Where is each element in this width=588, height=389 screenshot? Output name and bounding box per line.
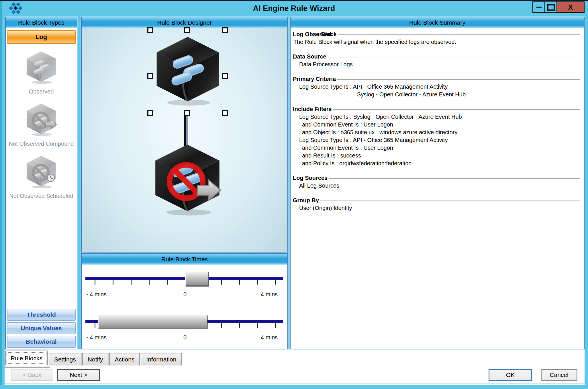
tab-settings[interactable]: Settings xyxy=(49,353,81,365)
summary-line: and Result Is : success xyxy=(293,152,580,160)
rule-block-designer-panel: Rule Block Designer xyxy=(81,17,288,252)
ai-engine-rule-wizard-window: AI Engine Rule Wizard X Rule Block Types… xyxy=(0,0,588,389)
summary-section-heading: Include Filters xyxy=(293,105,580,113)
close-button[interactable]: X xyxy=(556,1,585,13)
tab-label: Notify xyxy=(88,356,103,363)
tick xyxy=(275,323,276,328)
slider-zero-label: 0 xyxy=(183,334,187,341)
cube-not-observed-scheduled-icon xyxy=(23,154,59,190)
cancel-button[interactable]: Cancel xyxy=(541,369,577,381)
summary-section: Include FiltersLog Source Type Is : Sysl… xyxy=(293,105,580,167)
tick xyxy=(239,280,240,285)
log-category-button[interactable]: Log xyxy=(7,30,76,44)
selection-handle[interactable] xyxy=(147,110,153,116)
summary-section: Data SourceData Processor Logs xyxy=(293,53,580,68)
summary-line: User (Origin) Identity xyxy=(293,204,580,212)
back-button[interactable]: < Back xyxy=(11,369,53,381)
slider-thumb[interactable] xyxy=(185,272,209,286)
summary-section-heading: Log ObservedBlock xyxy=(293,30,580,38)
summary-line: Syslog - Open Collector - Azure Event Hu… xyxy=(293,91,580,98)
summary-heading-text: Primary Criteria xyxy=(293,76,336,82)
minimize-button[interactable] xyxy=(532,1,545,13)
tab-label: Information xyxy=(146,356,176,363)
designer-canvas[interactable] xyxy=(82,28,287,252)
tab-information[interactable]: Information xyxy=(141,353,182,365)
maximize-button[interactable] xyxy=(544,1,557,13)
summary-section-heading: Log Sources xyxy=(293,174,580,182)
summary-section-heading: Data Source xyxy=(293,53,580,61)
tab-actions[interactable]: Actions xyxy=(109,353,140,365)
category-button-unique-values[interactable]: Unique Values xyxy=(7,322,76,334)
rule-block-types-panel: Rule Block Types Log ObservedNot Observe… xyxy=(5,17,77,349)
summary-heading-text: Data Source xyxy=(293,53,326,60)
summary-heading-text: Include Filters xyxy=(293,106,332,112)
summary-line: Log Source Type Is : API - Office 365 Ma… xyxy=(293,83,580,91)
summary-line: and Common Event Is : User Logon xyxy=(293,144,580,152)
tab-notify[interactable]: Notify xyxy=(82,353,109,365)
logo-dot xyxy=(9,6,13,11)
summary-line: The Rule Block will signal when the spec… xyxy=(293,38,580,46)
not-observed-rule-block[interactable] xyxy=(150,141,224,213)
rule-block-summary-header: Rule Block Summary xyxy=(291,17,584,29)
selection-handle[interactable] xyxy=(147,27,153,33)
selection-handle[interactable] xyxy=(184,27,190,33)
rule-block-designer-header: Rule Block Designer xyxy=(82,17,287,29)
observed-rule-block[interactable] xyxy=(152,33,224,106)
tab-label: Actions xyxy=(115,356,134,363)
summary-line: All Log Sources xyxy=(293,182,580,190)
summary-line: and Policy Is : orgidwsfederation:federa… xyxy=(293,160,580,167)
section-divider xyxy=(320,201,580,201)
ok-button[interactable]: OK xyxy=(489,369,532,381)
summary-line: and Common Event Is : User Logon xyxy=(293,121,580,129)
logo-dot xyxy=(11,10,16,14)
rule-block-type-not-observed-scheduled[interactable]: Not Observed Scheduled xyxy=(6,154,77,199)
rule-block-summary-body: Log ObservedBlockThe Rule Block will sig… xyxy=(291,28,584,349)
summary-line: Data Processor Logs xyxy=(293,61,580,68)
summary-line: Log Source Type Is : Syslog - Open Colle… xyxy=(293,113,580,121)
tick xyxy=(113,280,113,285)
section-divider xyxy=(328,57,580,57)
rule-block-type-not-observed-compound[interactable]: Not Observed Compound xyxy=(6,102,77,147)
logo-dot xyxy=(16,10,21,14)
rule-block-types-header: Rule Block Types xyxy=(6,17,77,29)
section-divider xyxy=(333,109,580,110)
rule-block-times-header: Rule Block Times xyxy=(82,254,287,265)
tab-rule-blocks[interactable]: Rule Blocks xyxy=(5,351,48,365)
slider-track[interactable] xyxy=(85,277,283,280)
footer-divider xyxy=(5,383,585,384)
category-buttons: ThresholdUnique ValuesBehavioral xyxy=(6,308,77,349)
summary-section: Primary CriteriaLog Source Type Is : API… xyxy=(293,75,580,98)
slider-range-bar[interactable] xyxy=(98,315,207,328)
wizard-tabs: Rule BlocksSettingsNotifyActionsInformat… xyxy=(5,351,183,365)
tab-label: Settings xyxy=(54,356,76,363)
selection-handle[interactable] xyxy=(222,110,228,116)
summary-heading-text: Group By xyxy=(293,197,319,204)
tick xyxy=(131,280,132,285)
tick xyxy=(221,280,222,285)
tick xyxy=(167,280,168,285)
category-button-threshold[interactable]: Threshold xyxy=(7,309,76,321)
rule-block-summary-panel: Rule Block Summary Log ObservedBlockThe … xyxy=(290,17,585,349)
summary-line: and Object Is : o365 suite ux : windows … xyxy=(293,129,580,136)
cube-not-observed-compound-icon xyxy=(23,102,59,137)
slider-zero-label: 0 xyxy=(183,291,187,298)
tick xyxy=(95,280,95,285)
maximize-icon xyxy=(547,4,555,11)
slider-max-label: 4 mins xyxy=(261,291,278,298)
tick xyxy=(239,323,240,328)
cube-observed-icon xyxy=(23,50,59,85)
category-button-behavioral[interactable]: Behavioral xyxy=(7,336,76,348)
tick xyxy=(257,280,258,285)
tab-label: Rule Blocks xyxy=(11,355,42,362)
next-button[interactable]: Next > xyxy=(57,369,100,381)
window-title: AI Engine Rule Wizard xyxy=(86,4,502,13)
selection-handle[interactable] xyxy=(222,27,228,33)
rule-block-type-label: Observed xyxy=(29,88,54,95)
slider-min-label: - 4 mins xyxy=(86,291,107,298)
slider-min-label: - 4 mins xyxy=(86,334,107,341)
selection-handle[interactable] xyxy=(184,110,190,116)
summary-section-heading: Group By xyxy=(293,197,580,204)
rule-block-type-label: Not Observed Compound xyxy=(9,140,74,147)
section-divider xyxy=(338,34,580,35)
rule-block-type-observed[interactable]: Observed xyxy=(6,50,77,95)
